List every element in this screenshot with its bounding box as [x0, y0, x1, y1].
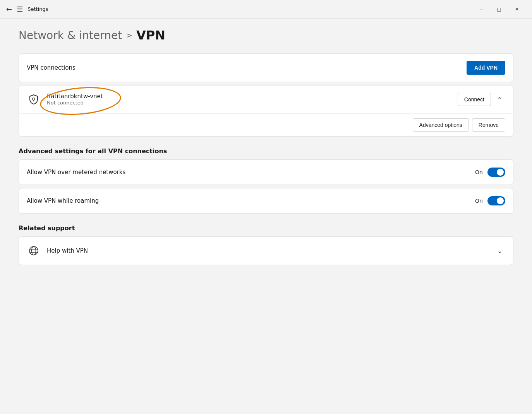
vpn-actions-right: Connect ⌃: [458, 93, 505, 106]
breadcrumb-separator: >: [126, 31, 132, 40]
minimize-button[interactable]: ─: [472, 3, 490, 15]
breadcrumb-current: VPN: [136, 28, 165, 43]
vpn-connections-row: VPN connections Add VPN: [19, 54, 513, 82]
breadcrumb: Network & internet > VPN: [19, 28, 513, 43]
related-support-title: Related support: [19, 224, 513, 232]
vpn-expand-button[interactable]: ⌃: [494, 94, 505, 105]
close-button[interactable]: ✕: [508, 3, 526, 15]
hamburger-icon[interactable]: ☰: [17, 5, 23, 13]
metered-networks-card: Allow VPN over metered networks On: [19, 159, 513, 185]
help-vpn-label[interactable]: Help with VPN: [47, 247, 488, 254]
vpn-shield-icon: [27, 92, 41, 106]
metered-networks-label: Allow VPN over metered networks: [27, 169, 475, 176]
vpn-info: ffatitanrbkntw-vnet Not connected: [47, 93, 451, 106]
vpn-connections-card: VPN connections Add VPN: [19, 53, 513, 82]
roaming-card: Allow VPN while roaming On: [19, 188, 513, 214]
help-vpn-card: Help with VPN ⌄: [19, 236, 513, 265]
titlebar: ← ☰ Settings ─ □ ✕: [0, 0, 532, 19]
metered-networks-toggle[interactable]: [487, 168, 505, 177]
metered-networks-status: On: [475, 169, 483, 175]
titlebar-controls: ─ □ ✕: [472, 3, 526, 15]
maximize-button[interactable]: □: [490, 3, 508, 15]
back-icon[interactable]: ←: [6, 5, 12, 13]
svg-point-2: [29, 246, 38, 255]
advanced-options-button[interactable]: Advanced options: [413, 118, 469, 132]
roaming-row: Allow VPN while roaming On: [19, 188, 513, 213]
help-vpn-expand-button[interactable]: ⌄: [494, 246, 505, 256]
roaming-status: On: [475, 198, 483, 204]
vpn-expanded-actions: Advanced options Remove: [19, 113, 513, 136]
vpn-circle-annotation: ffatitanrbkntw-vnet Not connected: [47, 93, 103, 106]
breadcrumb-parent[interactable]: Network & internet: [19, 29, 122, 42]
advanced-settings-title: Advanced settings for all VPN connection…: [19, 147, 513, 155]
vpn-status: Not connected: [47, 100, 103, 106]
vpn-item-card: ffatitanrbkntw-vnet Not connected Connec…: [19, 85, 513, 137]
vpn-name: ffatitanrbkntw-vnet: [47, 93, 103, 100]
titlebar-title: Settings: [27, 6, 48, 12]
vpn-connections-label: VPN connections: [27, 64, 467, 71]
vpn-item-header: ffatitanrbkntw-vnet Not connected Connec…: [19, 86, 513, 113]
svg-point-0: [33, 98, 35, 100]
roaming-toggle[interactable]: [487, 196, 505, 205]
add-vpn-button[interactable]: Add VPN: [467, 61, 505, 75]
globe-icon: [27, 244, 41, 258]
svg-point-3: [32, 246, 36, 255]
connect-button[interactable]: Connect: [458, 93, 491, 106]
help-vpn-row: Help with VPN ⌄: [19, 237, 513, 265]
remove-button[interactable]: Remove: [472, 118, 505, 132]
titlebar-left: ← ☰ Settings: [6, 5, 472, 13]
main-content: Network & internet > VPN VPN connections…: [0, 19, 532, 414]
roaming-label: Allow VPN while roaming: [27, 197, 475, 204]
metered-networks-row: Allow VPN over metered networks On: [19, 160, 513, 185]
